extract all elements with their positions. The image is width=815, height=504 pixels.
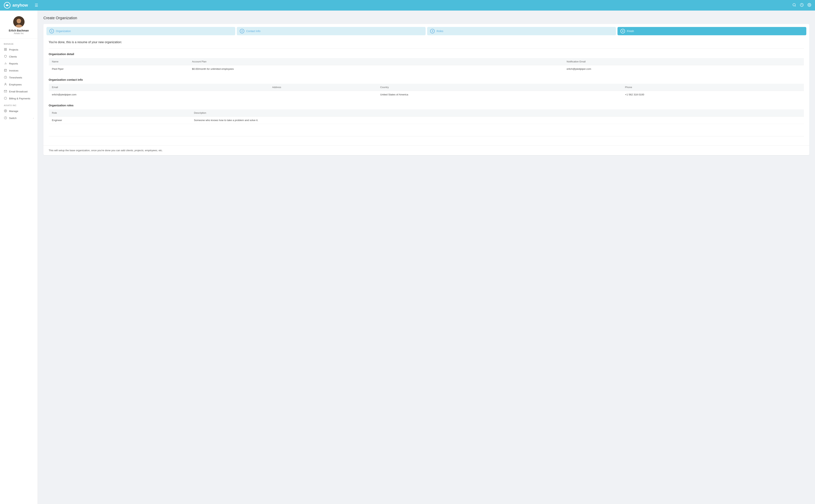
sidebar-item-email-broadcast-label: Email Broadcast bbox=[9, 90, 34, 93]
contact-col-phone: Phone bbox=[622, 84, 804, 91]
role-description-cell: Someone who knows how to take a problem … bbox=[191, 117, 804, 124]
sidebar-user-company: Aviato Inc bbox=[14, 32, 24, 35]
employees-icon bbox=[4, 83, 7, 86]
org-detail-table: Name Account Plan Notification Email Pie… bbox=[49, 58, 804, 73]
billing-payments-icon bbox=[4, 97, 7, 100]
svg-point-6 bbox=[17, 18, 21, 23]
footer-text-italic: clients, projects, employees, bbox=[126, 149, 158, 152]
svg-point-4 bbox=[809, 4, 810, 5]
contact-col-country: Country bbox=[377, 84, 622, 91]
sidebar-item-billing-payments-label: Billing & Payments bbox=[9, 97, 34, 100]
role-empty-2 bbox=[191, 124, 804, 131]
roles-table: Role Description Engineer Someone who kn… bbox=[49, 109, 804, 131]
sidebar-item-clients[interactable]: Clients bbox=[0, 53, 38, 60]
org-col-name: Name bbox=[49, 58, 189, 65]
sidebar-item-manage[interactable]: Manage bbox=[0, 108, 38, 115]
contact-info-title: Organization contact info bbox=[49, 78, 804, 81]
org-detail-title: Organization detail bbox=[49, 52, 804, 56]
step-4-num: 4 bbox=[621, 29, 625, 33]
main-content: Create Organization 1 Organization 2 Con… bbox=[38, 11, 815, 504]
sidebar-item-employees[interactable]: Employees bbox=[0, 81, 38, 88]
svg-line-2 bbox=[795, 5, 796, 6]
sidebar-item-clients-label: Clients bbox=[9, 55, 34, 58]
wizard-step-finish[interactable]: 4 Finish bbox=[618, 27, 806, 35]
sidebar-item-switch[interactable]: Switch › bbox=[0, 115, 38, 122]
sidebar-item-reports-label: Reports bbox=[9, 62, 34, 65]
wizard-step-contact-info[interactable]: 2 Contact Info bbox=[237, 27, 426, 35]
wizard-body: You're done, this is a resume of your ne… bbox=[43, 35, 809, 145]
role-name-cell: Engineer bbox=[49, 117, 191, 124]
step-3-label: Roles bbox=[437, 30, 443, 33]
sidebar-item-invoices-label: Invoices bbox=[9, 69, 34, 72]
resume-title: You're done, this is a resume of your ne… bbox=[49, 41, 804, 44]
svg-point-19 bbox=[5, 83, 6, 84]
aviato-section-title: AVIATO INC bbox=[0, 102, 38, 108]
wizard-step-organization[interactable]: 1 Organization bbox=[46, 27, 235, 35]
sidebar-item-reports[interactable]: Reports bbox=[0, 60, 38, 67]
manage-icon bbox=[4, 109, 7, 113]
wizard-steps: 1 Organization 2 Contact Info 3 Roles bbox=[43, 24, 809, 35]
settings-icon[interactable] bbox=[807, 3, 811, 8]
sidebar: Erlich Bachman Aviato Inc MANAGE Project… bbox=[0, 11, 38, 504]
clock-icon[interactable] bbox=[800, 3, 804, 8]
switch-icon bbox=[4, 116, 7, 120]
footer-text-start: This will setup the base organization, o… bbox=[49, 149, 126, 152]
sidebar-item-billing-payments[interactable]: Billing & Payments bbox=[0, 95, 38, 102]
svg-rect-11 bbox=[6, 50, 7, 51]
contact-col-address: Address bbox=[269, 84, 377, 91]
svg-point-24 bbox=[5, 110, 6, 111]
switch-arrow-icon: › bbox=[33, 117, 34, 120]
roles-empty-row bbox=[49, 124, 804, 131]
wizard-card: 1 Organization 2 Contact Info 3 Roles bbox=[43, 24, 809, 155]
reports-icon bbox=[4, 62, 7, 65]
wizard-step-roles[interactable]: 3 Roles bbox=[427, 27, 616, 35]
contact-email-cell: erlich@piedpiper.com bbox=[49, 91, 269, 98]
contact-address-cell bbox=[269, 91, 377, 98]
roles-title: Organization roles bbox=[49, 104, 804, 107]
sidebar-item-projects-label: Projects bbox=[9, 48, 34, 51]
step-3-num: 3 bbox=[430, 29, 435, 33]
sidebar-item-switch-label: Switch bbox=[9, 117, 31, 120]
org-detail-row: Pied Piper $0.00/month for unlimited emp… bbox=[49, 65, 804, 73]
avatar bbox=[13, 16, 25, 28]
page-title: Create Organization bbox=[43, 16, 809, 20]
svg-rect-8 bbox=[4, 48, 5, 49]
sidebar-item-projects[interactable]: Projects bbox=[0, 46, 38, 53]
email-broadcast-icon bbox=[4, 90, 7, 93]
org-notification-email-cell: erlich@piedpiper.com bbox=[564, 65, 804, 73]
org-plan-cell: $0.00/month for unlimited employees bbox=[189, 65, 564, 73]
divider-2 bbox=[49, 136, 804, 136]
svg-rect-9 bbox=[6, 48, 7, 49]
contact-phone-cell: +1 562 318 0100 bbox=[622, 91, 804, 98]
svg-rect-10 bbox=[4, 50, 5, 51]
contact-country-cell: United States of America bbox=[377, 91, 622, 98]
app-logo[interactable]: anyhow bbox=[4, 2, 28, 9]
hamburger-icon[interactable]: ☰ bbox=[35, 3, 38, 8]
step-1-label: Organization bbox=[56, 30, 71, 33]
sidebar-item-employees-label: Employees bbox=[9, 83, 34, 86]
search-icon[interactable] bbox=[792, 3, 796, 8]
footer-text-end: etc. bbox=[158, 149, 163, 152]
divider-1 bbox=[49, 48, 804, 49]
roles-row: Engineer Someone who knows how to take a… bbox=[49, 117, 804, 124]
sidebar-item-timesheets-label: Timesheets bbox=[9, 76, 34, 79]
sidebar-profile: Erlich Bachman Aviato Inc bbox=[0, 14, 38, 39]
contact-info-table: Email Address Country Phone erlich@piedp… bbox=[49, 84, 804, 98]
roles-col-description: Description bbox=[191, 109, 804, 117]
roles-col-role: Role bbox=[49, 109, 191, 117]
sidebar-item-invoices[interactable]: Invoices bbox=[0, 67, 38, 74]
step-4-label: Finish bbox=[627, 30, 634, 33]
step-1-num: 1 bbox=[49, 29, 54, 33]
step-2-label: Contact Info bbox=[246, 30, 260, 33]
manage-section-title: MANAGE bbox=[0, 41, 38, 46]
sidebar-item-timesheets[interactable]: Timesheets bbox=[0, 74, 38, 81]
projects-icon bbox=[4, 48, 7, 51]
topnav: anyhow ☰ bbox=[0, 0, 815, 11]
app-name: anyhow bbox=[12, 3, 28, 8]
contact-info-row: erlich@piedpiper.com United States of Am… bbox=[49, 91, 804, 98]
sidebar-item-email-broadcast[interactable]: Email Broadcast bbox=[0, 88, 38, 95]
wizard-footer: This will setup the base organization, o… bbox=[43, 145, 809, 155]
invoices-icon bbox=[4, 69, 7, 72]
sidebar-user-name: Erlich Bachman bbox=[9, 29, 29, 32]
contact-col-email: Email bbox=[49, 84, 269, 91]
